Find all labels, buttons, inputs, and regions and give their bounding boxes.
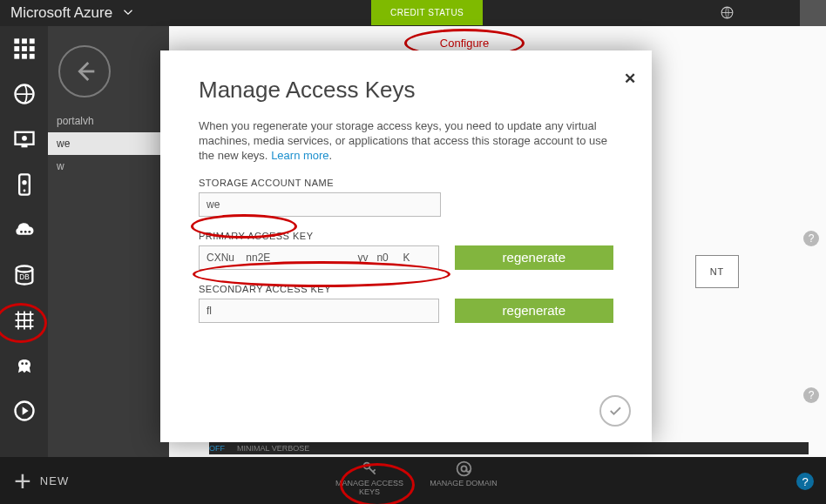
left-rail: DB bbox=[0, 26, 48, 457]
svg-rect-1 bbox=[14, 38, 19, 44]
svg-point-16 bbox=[22, 180, 26, 185]
bottom-bar: + NEW MANAGE ACCESS KEYS MANAGE DOMAIN ? bbox=[0, 457, 826, 504]
regenerate-secondary-button[interactable]: regenerate bbox=[455, 299, 613, 323]
tab-configure[interactable]: Configure bbox=[440, 37, 489, 50]
svg-rect-9 bbox=[29, 54, 34, 59]
svg-point-20 bbox=[16, 266, 32, 272]
rail-cloud-icon[interactable] bbox=[0, 207, 48, 252]
svg-text:DB: DB bbox=[19, 273, 30, 281]
help-icon[interactable]: ? bbox=[803, 387, 819, 403]
help-icon[interactable]: ? bbox=[803, 231, 819, 246]
button-fragment[interactable]: NT bbox=[695, 255, 739, 288]
help-icon[interactable]: ? bbox=[796, 473, 814, 490]
list-column: portalvh we w bbox=[48, 26, 169, 457]
svg-point-34 bbox=[461, 466, 466, 471]
at-icon bbox=[455, 460, 473, 478]
rail-all-items-icon[interactable] bbox=[0, 26, 48, 71]
rail-mobile-icon[interactable] bbox=[0, 162, 48, 207]
credit-status-button[interactable]: CREDIT STATUS bbox=[371, 0, 483, 25]
manage-access-keys-modal: ✕ Manage Access Keys When you regenerate… bbox=[160, 50, 652, 442]
modal-title: Manage Access Keys bbox=[199, 77, 613, 104]
manage-domain-button[interactable]: MANAGE DOMAIN bbox=[425, 460, 502, 497]
rail-db-icon[interactable]: DB bbox=[0, 252, 48, 298]
svg-rect-4 bbox=[14, 46, 19, 51]
list-item[interactable]: w bbox=[48, 155, 169, 178]
new-button[interactable]: + NEW bbox=[14, 466, 69, 495]
rail-storage-icon[interactable] bbox=[0, 298, 48, 343]
toggle-strip: OFF MINIMAL VERBOSE bbox=[209, 442, 809, 454]
back-button[interactable] bbox=[58, 45, 111, 97]
label-secondary-key: SECONDARY ACCESS KEY bbox=[199, 284, 613, 294]
rail-websites-icon[interactable] bbox=[0, 71, 48, 117]
list-item[interactable]: portalvh bbox=[48, 110, 169, 132]
toggle-off[interactable]: OFF bbox=[209, 444, 225, 453]
learn-more-link[interactable]: Learn more bbox=[271, 149, 328, 162]
plus-icon: + bbox=[14, 466, 31, 495]
brand-label: Microsoft Azure bbox=[0, 4, 112, 22]
primary-access-key-input[interactable] bbox=[199, 245, 439, 270]
key-icon bbox=[361, 460, 379, 478]
rail-hdinsight-icon[interactable] bbox=[0, 343, 48, 388]
svg-point-12 bbox=[22, 136, 27, 141]
svg-point-29 bbox=[24, 362, 27, 365]
svg-rect-5 bbox=[22, 46, 27, 51]
svg-rect-8 bbox=[22, 54, 27, 59]
rail-media-icon[interactable] bbox=[0, 388, 48, 433]
svg-point-19 bbox=[28, 231, 30, 233]
svg-point-32 bbox=[363, 463, 369, 469]
label-storage-account: STORAGE ACCOUNT NAME bbox=[199, 178, 613, 188]
secondary-access-key-input[interactable] bbox=[199, 299, 439, 323]
svg-rect-13 bbox=[21, 145, 27, 147]
top-bar: Microsoft Azure CREDIT STATUS bbox=[0, 0, 826, 26]
toggle-labels: MINIMAL VERBOSE bbox=[237, 444, 309, 453]
modal-description: When you regenerate your storage access … bbox=[199, 119, 613, 164]
svg-point-17 bbox=[20, 231, 23, 233]
list-item[interactable]: we bbox=[48, 132, 169, 155]
svg-point-33 bbox=[457, 462, 471, 476]
svg-rect-6 bbox=[29, 46, 34, 51]
svg-rect-3 bbox=[29, 38, 34, 44]
rail-vm-icon[interactable] bbox=[0, 117, 48, 162]
svg-point-18 bbox=[24, 231, 26, 233]
svg-rect-7 bbox=[14, 54, 19, 59]
regenerate-primary-button[interactable]: regenerate bbox=[455, 245, 613, 270]
manage-access-keys-button[interactable]: MANAGE ACCESS KEYS bbox=[331, 460, 408, 497]
close-icon[interactable]: ✕ bbox=[624, 70, 636, 88]
svg-rect-2 bbox=[22, 38, 27, 44]
new-label: NEW bbox=[40, 474, 69, 487]
check-icon bbox=[607, 403, 623, 419]
avatar[interactable] bbox=[800, 0, 826, 26]
svg-point-28 bbox=[21, 362, 24, 365]
label-primary-key: PRIMARY ACCESS KEY bbox=[199, 231, 613, 241]
svg-point-15 bbox=[23, 190, 25, 192]
confirm-button[interactable] bbox=[599, 395, 631, 427]
globe-icon[interactable] bbox=[720, 5, 735, 24]
chevron-down-icon[interactable] bbox=[123, 7, 133, 19]
storage-account-name-input[interactable] bbox=[199, 192, 441, 217]
